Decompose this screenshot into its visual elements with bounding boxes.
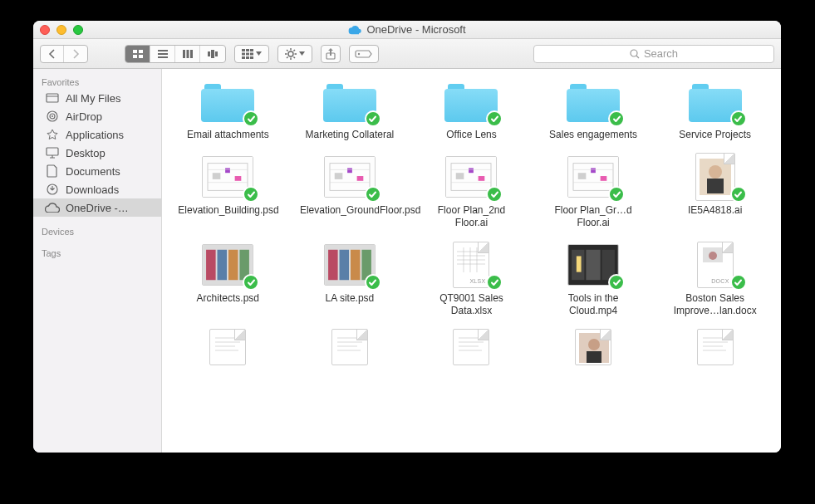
svg-rect-18	[250, 52, 253, 55]
file-item[interactable]: Tools in the Cloud.mp4	[533, 241, 655, 317]
file-item[interactable]: LA site.psd	[289, 241, 411, 317]
sidebar-item-onedrive[interactable]: OneDrive -…	[33, 198, 161, 217]
file-grid: Email attachments Marketing Collateral O…	[162, 69, 781, 453]
sidebar-item-label: Downloads	[66, 183, 119, 196]
chevron-left-icon	[48, 49, 56, 59]
svg-line-27	[287, 50, 288, 51]
airdrop-icon	[45, 110, 60, 123]
file-label: Email attachments	[187, 129, 269, 141]
file-label: QT9001 Sales Data.xlsx	[421, 292, 521, 317]
file-label: IE5A4818.ai	[688, 204, 742, 217]
back-button[interactable]	[41, 46, 64, 62]
sync-badge-icon	[243, 274, 259, 291]
sidebar-item-airdrop[interactable]: AirDrop	[33, 107, 161, 125]
file-thumbnail	[695, 153, 735, 201]
sidebar-item-desktop[interactable]: Desktop	[33, 144, 161, 162]
arrange-button[interactable]	[235, 46, 268, 62]
file-item[interactable]: Floor Plan_Gr…d Floor.ai	[533, 153, 655, 229]
file-item[interactable]	[167, 329, 289, 369]
file-item[interactable]: Marketing Collateral	[289, 77, 411, 141]
sync-badge-icon	[243, 110, 259, 127]
file-item[interactable]: Elevation_Building.psd	[167, 153, 289, 229]
chevron-down-icon	[256, 51, 262, 56]
coverflow-view-button[interactable]	[200, 46, 225, 62]
svg-rect-76	[206, 250, 216, 280]
svg-rect-21	[250, 56, 253, 59]
tags-button[interactable]	[349, 45, 379, 63]
file-item[interactable]: DOCX Boston Sales Improve…lan.docx	[654, 241, 776, 317]
sync-badge-icon	[365, 274, 381, 291]
svg-rect-47	[225, 168, 230, 173]
file-label: Elevation_GroundFloor.psd	[300, 204, 400, 217]
file-item[interactable]: Floor Plan_2nd Floor.ai	[410, 153, 533, 229]
svg-rect-60	[456, 173, 464, 179]
sidebar-item-label: OneDrive -…	[66, 202, 129, 214]
file-thumbnail	[453, 329, 489, 365]
sidebar-item-documents[interactable]: Documents	[33, 162, 161, 180]
svg-point-33	[631, 50, 637, 56]
window-title: OneDrive - Microsoft	[348, 23, 465, 36]
sidebar-section-tags: Tags	[33, 245, 161, 260]
gear-icon	[285, 48, 297, 60]
icon-view-button[interactable]	[125, 46, 150, 62]
cloud-icon	[348, 25, 361, 35]
svg-rect-15	[250, 49, 253, 51]
share-icon	[326, 48, 336, 60]
list-view-button[interactable]	[150, 46, 175, 62]
svg-rect-19	[242, 56, 245, 59]
sidebar-item-all-my-files[interactable]: All My Files	[33, 89, 161, 107]
sync-badge-icon	[365, 110, 381, 127]
column-view-button[interactable]	[175, 46, 200, 62]
file-item[interactable]: Office Lens	[410, 77, 533, 141]
file-item[interactable]	[533, 329, 655, 369]
svg-rect-55	[357, 176, 364, 181]
file-thumbnail	[697, 329, 734, 365]
svg-rect-9	[190, 50, 193, 58]
sidebar-section-favorites: Favorites	[33, 74, 161, 89]
sidebar-item-label: Desktop	[66, 147, 106, 159]
svg-rect-53	[335, 173, 343, 179]
svg-point-112	[588, 339, 600, 350]
sidebar-item-applications[interactable]: Applications	[33, 125, 161, 144]
svg-rect-0	[133, 50, 137, 53]
forward-button[interactable]	[64, 46, 87, 62]
file-item[interactable]	[410, 329, 533, 369]
svg-rect-4	[158, 50, 168, 51]
file-item[interactable]: Email attachments	[167, 77, 289, 141]
svg-rect-74	[707, 179, 724, 193]
svg-rect-7	[183, 50, 185, 58]
nav-buttons	[40, 45, 88, 63]
tag-icon	[355, 49, 373, 59]
file-item[interactable]: XLSX QT9001 Sales Data.xlsx	[410, 241, 533, 317]
svg-rect-69	[601, 176, 607, 181]
svg-rect-8	[186, 50, 189, 58]
file-item[interactable]: IE5A4818.ai	[654, 153, 776, 229]
file-thumbnail	[331, 329, 368, 365]
sync-badge-icon	[486, 186, 503, 203]
action-segment	[277, 45, 312, 63]
file-item[interactable]: Service Projects	[654, 77, 776, 141]
minimize-window-button[interactable]	[56, 25, 66, 35]
svg-point-22	[288, 51, 293, 56]
svg-line-29	[287, 56, 288, 58]
zoom-window-button[interactable]	[73, 25, 83, 35]
file-item[interactable]: Architects.psd	[167, 241, 289, 317]
sidebar-item-label: All My Files	[66, 92, 120, 105]
file-item[interactable]	[654, 329, 776, 369]
sync-badge-icon	[608, 110, 625, 127]
close-window-button[interactable]	[40, 25, 50, 35]
file-label: Office Lens	[446, 129, 496, 141]
file-label: Service Projects	[679, 129, 751, 141]
file-item[interactable]	[289, 329, 411, 369]
sidebar: Favorites All My Files AirDrop Applicati…	[33, 69, 162, 453]
svg-rect-40	[47, 148, 58, 155]
svg-rect-10	[208, 51, 210, 56]
svg-point-73	[709, 165, 722, 179]
search-input[interactable]: Search	[533, 45, 774, 63]
action-button[interactable]	[278, 46, 312, 62]
file-item[interactable]: Elevation_GroundFloor.psd	[289, 153, 411, 229]
sidebar-item-downloads[interactable]: Downloads	[33, 180, 161, 198]
file-item[interactable]: Sales engagements	[533, 77, 655, 141]
share-button[interactable]	[321, 45, 341, 63]
search-icon	[630, 49, 640, 59]
